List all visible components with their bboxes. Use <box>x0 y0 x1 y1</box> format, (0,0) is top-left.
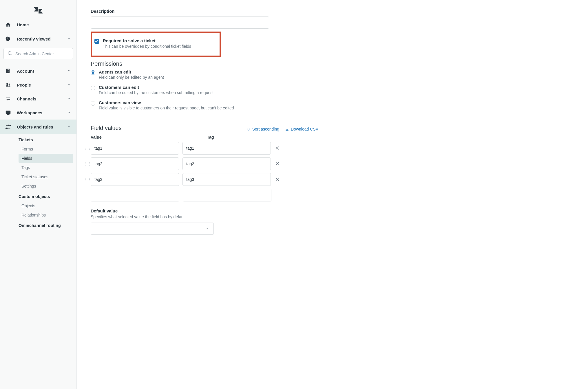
radio-title: Agents can edit <box>99 69 164 74</box>
home-icon <box>5 22 12 27</box>
nav-label: Recently viewed <box>17 36 67 41</box>
radio-customers-edit[interactable] <box>91 86 95 90</box>
select-value: - <box>95 226 96 231</box>
drag-handle-icon[interactable]: ⋮⋮ <box>83 177 87 182</box>
search-input[interactable] <box>15 51 69 56</box>
tag-input-empty[interactable] <box>183 189 271 201</box>
chevron-down-icon <box>67 36 71 41</box>
svg-rect-4 <box>7 69 7 70</box>
description-input[interactable] <box>91 16 269 29</box>
search-box[interactable] <box>3 48 73 59</box>
svg-point-17 <box>6 128 7 129</box>
svg-rect-6 <box>7 71 7 71</box>
value-input[interactable] <box>91 142 179 155</box>
zendesk-icon <box>34 7 43 14</box>
subnav-fields[interactable]: Fields <box>19 154 73 163</box>
building-icon <box>5 68 12 74</box>
nav-label: Channels <box>17 96 67 101</box>
value-input[interactable] <box>91 157 179 170</box>
svg-rect-12 <box>6 111 10 114</box>
download-icon <box>285 127 289 131</box>
nav-label: People <box>17 82 67 87</box>
field-value-row: ⋮⋮ ✕ <box>83 173 280 186</box>
remove-row-icon[interactable]: ✕ <box>274 145 280 151</box>
chevron-down-icon <box>67 96 71 101</box>
default-value-select[interactable]: - <box>91 223 214 235</box>
radio-customers-view[interactable] <box>91 101 95 106</box>
default-value-sub: Specifies what selected value the field … <box>91 214 576 219</box>
subnav-settings[interactable]: Settings <box>19 181 73 191</box>
main-content: Description Required to solve a ticket T… <box>77 0 588 389</box>
radio-sub: Field can be edited by the customers whe… <box>99 90 213 95</box>
remove-row-icon[interactable]: ✕ <box>274 161 280 167</box>
radio-title: Customers can view <box>99 100 234 105</box>
subnav-group-custom-objects: Custom objects <box>19 191 73 201</box>
sort-label: Sort ascending <box>252 127 279 131</box>
chevron-down-icon <box>67 82 71 87</box>
drag-handle-icon[interactable]: ⋮⋮ <box>83 146 87 151</box>
value-input[interactable] <box>91 173 179 186</box>
sidebar-subnav: Tickets Forms Fields Tags Ticket statuse… <box>0 134 76 230</box>
subnav-forms[interactable]: Forms <box>19 144 73 154</box>
svg-point-8 <box>6 83 8 85</box>
svg-rect-7 <box>8 71 9 71</box>
subnav-objects[interactable]: Objects <box>19 201 73 210</box>
sidebar-item-recent[interactable]: Recently viewed <box>0 32 76 46</box>
chevron-down-icon <box>205 226 209 231</box>
sidebar: Home Recently viewed Account <box>0 0 77 389</box>
svg-rect-3 <box>6 69 10 73</box>
nav-label: Workspaces <box>17 110 67 115</box>
people-icon <box>5 82 12 87</box>
chevron-up-icon <box>67 124 71 129</box>
sidebar-item-workspaces[interactable]: Workspaces <box>0 106 76 120</box>
drag-handle-icon[interactable]: ⋮⋮ <box>83 162 87 166</box>
radio-agents-edit[interactable] <box>91 70 95 75</box>
required-subtitle: This can be overridden by conditional ti… <box>103 44 191 49</box>
tag-input[interactable] <box>182 173 271 186</box>
sort-icon <box>246 127 251 131</box>
radio-title: Customers can edit <box>99 85 213 90</box>
nav-label: Home <box>17 22 71 27</box>
value-column-header: Value <box>91 135 202 140</box>
sidebar-item-home[interactable]: Home <box>0 17 76 32</box>
field-value-row: ⋮⋮ ✕ <box>83 142 280 155</box>
description-label: Description <box>91 9 576 14</box>
field-value-row: ⋮⋮ ✕ <box>83 157 280 170</box>
sidebar-item-channels[interactable]: Channels <box>0 92 76 106</box>
search-icon <box>7 51 12 57</box>
field-values-heading: Field values <box>91 125 241 131</box>
required-checkbox[interactable] <box>94 39 99 44</box>
chevron-down-icon <box>67 110 71 115</box>
subnav-group-omnichannel: Omnichannel routing <box>19 220 73 230</box>
svg-point-1 <box>8 52 11 55</box>
tag-input[interactable] <box>182 157 271 170</box>
sidebar-item-people[interactable]: People <box>0 78 76 92</box>
svg-rect-5 <box>8 69 9 70</box>
remove-row-icon[interactable]: ✕ <box>274 176 280 183</box>
arrows-icon <box>5 96 12 101</box>
tag-input[interactable] <box>182 142 271 155</box>
svg-point-15 <box>10 125 10 126</box>
download-label: Download CSV <box>291 127 318 131</box>
nav-label: Objects and rules <box>17 124 67 129</box>
svg-line-2 <box>11 54 12 55</box>
field-value-row-empty <box>91 189 288 201</box>
field-values-table: ⋮⋮ ✕ ⋮⋮ ✕ ⋮⋮ ✕ <box>91 142 576 201</box>
required-title: Required to solve a ticket <box>103 38 191 43</box>
subnav-group-tickets: Tickets <box>19 134 73 144</box>
monitor-icon <box>5 110 12 115</box>
brand-logo <box>0 3 76 17</box>
download-csv-button[interactable]: Download CSV <box>285 127 318 131</box>
value-input-empty[interactable] <box>91 189 179 201</box>
sort-ascending-button[interactable]: Sort ascending <box>246 127 279 131</box>
svg-point-9 <box>9 84 10 85</box>
sidebar-item-account[interactable]: Account <box>0 64 76 78</box>
subnav-relationships[interactable]: Relationships <box>19 210 73 220</box>
default-value-heading: Default value <box>91 208 576 213</box>
routing-icon <box>5 124 12 130</box>
subnav-tags[interactable]: Tags <box>19 163 73 172</box>
tag-column-header: Tag <box>207 135 318 140</box>
radio-sub: Field can only be edited by an agent <box>99 75 164 80</box>
subnav-ticket-statuses[interactable]: Ticket statuses <box>19 172 73 181</box>
sidebar-item-objects-rules[interactable]: Objects and rules <box>0 120 76 134</box>
